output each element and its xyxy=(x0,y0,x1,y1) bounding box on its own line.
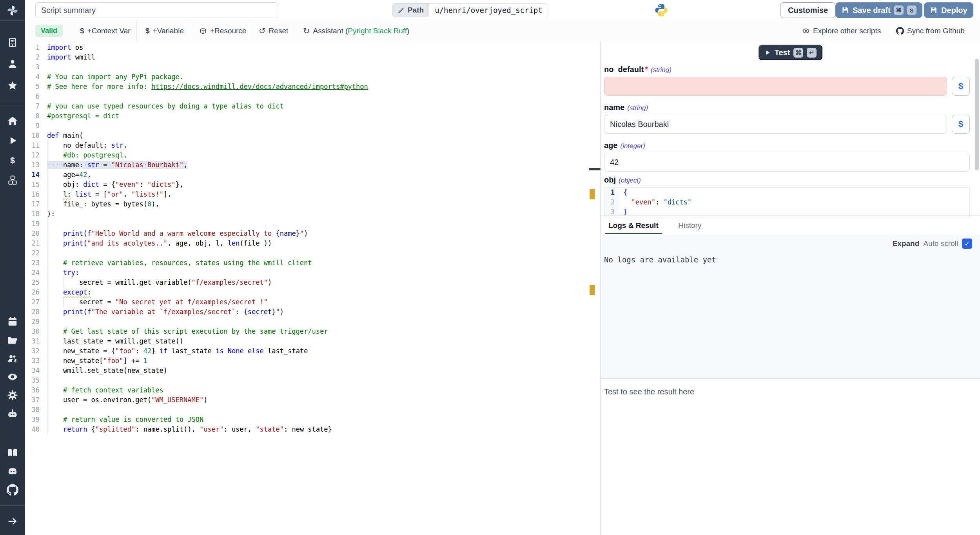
code-line[interactable]: 40 return {"splitted": name.split(), "us… xyxy=(25,425,589,434)
code-line[interactable]: 28 print(f"The variable at `f/examples/s… xyxy=(25,307,589,317)
sidebar-variables-icon[interactable]: $ xyxy=(6,154,19,167)
code-line[interactable]: 29 xyxy=(25,317,589,327)
code-line[interactable]: 22 xyxy=(25,248,589,258)
code-text: #postgresql = dict xyxy=(47,111,119,121)
sidebar-home-icon[interactable] xyxy=(6,114,19,128)
sidebar-runs-icon[interactable] xyxy=(6,134,19,147)
tab-logs-result[interactable]: Logs & Result xyxy=(607,216,660,235)
code-line[interactable]: 14 age=42, xyxy=(25,170,589,180)
json-editor-line[interactable]: 2 "even": "dicts" xyxy=(604,197,969,207)
age-input[interactable] xyxy=(604,153,970,172)
add-variable-button[interactable]: $ +Variable xyxy=(145,20,184,41)
sidebar-expand-arrow[interactable] xyxy=(6,515,19,528)
code-line[interactable]: 2import wmill xyxy=(25,52,589,62)
sync-from-github-button[interactable]: Sync from Github xyxy=(896,20,965,41)
panel-splitter[interactable] xyxy=(600,41,601,535)
code-line[interactable]: 21 print("and its acolytes..", age, obj,… xyxy=(25,239,589,248)
add-resource-button[interactable]: +Resource xyxy=(199,20,246,41)
code-line[interactable]: 20 print(f"Hello World and a warm welcom… xyxy=(25,229,589,239)
obj-json-editor[interactable]: 1{2 "even": "dicts"3} xyxy=(604,187,970,217)
script-summary-input[interactable] xyxy=(35,2,278,18)
save-draft-button[interactable]: Save draft ⌘ S xyxy=(835,2,922,18)
code-line[interactable]: 15 obj: dict = {"even": "dicts"}, xyxy=(25,180,589,190)
path-value[interactable]: u/henri/overjoyed_script xyxy=(429,4,548,17)
code-line[interactable]: 25 secret = wmill.get_variable("f/exampl… xyxy=(25,278,589,287)
code-line[interactable]: 3 xyxy=(25,62,589,72)
path-edit-button[interactable]: Path xyxy=(392,4,429,17)
code-line[interactable]: 38 xyxy=(25,405,589,415)
explore-other-scripts-button[interactable]: Explore other scripts xyxy=(802,20,881,41)
customise-button[interactable]: Customise xyxy=(780,2,836,18)
code-line[interactable]: 6 xyxy=(25,92,589,101)
code-line[interactable]: 37 user = os.environ.get("WM_USERNAME") xyxy=(25,395,589,405)
json-code-text: { xyxy=(619,188,627,197)
panel-scrollbar[interactable] xyxy=(975,59,979,170)
code-line[interactable]: 27 secret = "No secret yet at f/examples… xyxy=(25,297,589,307)
line-number: 2 xyxy=(25,52,40,62)
deploy-button[interactable]: Deploy xyxy=(924,2,973,18)
code-line[interactable]: 9 xyxy=(25,121,589,131)
code-line[interactable]: 33 new_state["foo"] += 1 xyxy=(25,356,589,366)
indent-guide xyxy=(47,190,47,199)
json-editor-line[interactable]: 1{ xyxy=(604,188,969,197)
sidebar-ai-assistant-icon[interactable] xyxy=(6,407,19,421)
code-line[interactable]: 7# you can use typed resources by doing … xyxy=(25,101,589,111)
sidebar-favorites-icon[interactable] xyxy=(6,79,19,92)
code-line[interactable]: 19 xyxy=(25,219,589,229)
code-line[interactable]: 11 no_default: str, xyxy=(25,141,589,150)
sidebar-github-icon[interactable] xyxy=(6,483,19,497)
code-line[interactable]: 39 # return value is converted to JSON xyxy=(25,415,589,425)
code-line[interactable]: 35 xyxy=(25,376,589,385)
code-line[interactable]: 10def main( xyxy=(25,131,589,141)
sidebar-docs-icon[interactable] xyxy=(6,446,19,459)
code-line[interactable]: 23 # retrieve variables, resources, stat… xyxy=(25,258,589,268)
indent-guide xyxy=(47,219,47,229)
insert-variable-button[interactable]: $ xyxy=(952,115,970,134)
sidebar-discord-icon[interactable] xyxy=(6,465,19,478)
sidebar-groups-icon[interactable] xyxy=(6,352,19,365)
name-input[interactable] xyxy=(604,115,947,134)
code-line[interactable]: 8#postgresql = dict xyxy=(25,111,589,121)
no-default-input[interactable] xyxy=(604,77,947,96)
sidebar-windmill-logo[interactable] xyxy=(6,4,19,17)
code-editor[interactable]: 1import os2import wmill34# You can impor… xyxy=(25,41,589,535)
eye-icon xyxy=(802,27,810,35)
code-line[interactable]: 12 #db: postgresql, xyxy=(25,150,589,160)
add-context-var-button[interactable]: $ +Context Var xyxy=(80,20,131,41)
code-line[interactable]: 30 # Get last state of this script execu… xyxy=(25,327,589,336)
code-line[interactable]: 16 l: list = ["or", "lists!"], xyxy=(25,190,589,199)
code-line[interactable]: 24 try: xyxy=(25,268,589,278)
code-line[interactable]: 5# See here for more info: https://docs.… xyxy=(25,82,589,92)
code-line[interactable]: 36 # fetch context variables xyxy=(25,385,589,395)
path-control[interactable]: Path u/henri/overjoyed_script xyxy=(392,3,548,17)
tab-history[interactable]: History xyxy=(677,216,703,235)
test-button[interactable]: Test ⌘ ↵ xyxy=(759,45,823,60)
splitter-drag-handle[interactable] xyxy=(589,168,601,170)
sidebar-workspace-icon[interactable] xyxy=(6,36,19,49)
assistant-button[interactable]: ↻ Assistant (Pyright Black Ruff) xyxy=(303,20,409,41)
insert-variable-button[interactable]: $ xyxy=(952,77,970,96)
code-line[interactable]: 4# You can import any PyPi package. xyxy=(25,72,589,82)
sidebar-audit-logs-icon[interactable] xyxy=(6,370,19,383)
line-number: 13 xyxy=(25,160,40,170)
code-line[interactable]: 34 wmill.set_state(new_state) xyxy=(25,366,589,376)
code-line[interactable]: 17 file_: bytes = bytes(0), xyxy=(25,199,589,209)
expand-button[interactable]: Expand xyxy=(893,239,920,248)
code-text: import os xyxy=(47,43,83,52)
code-line[interactable]: 32 new_state = {"foo": 42} if last_state… xyxy=(25,346,589,356)
sidebar-user-icon[interactable] xyxy=(6,57,19,70)
sidebar-schedules-icon[interactable] xyxy=(6,315,19,328)
code-line[interactable]: 31 last_state = wmill.get_state() xyxy=(25,336,589,346)
code-line[interactable]: 26 except: xyxy=(25,287,589,297)
reset-button[interactable]: ↺ Reset xyxy=(259,20,288,41)
assistant-linters[interactable]: Pyright Black Ruff xyxy=(348,27,407,35)
sidebar-settings-icon[interactable] xyxy=(6,389,19,402)
code-line[interactable]: 13····name:·str·=·"Nicolas·Bourbaki", xyxy=(25,160,589,170)
code-line[interactable]: 1import os xyxy=(25,43,589,52)
code-line[interactable]: 18): xyxy=(25,209,589,219)
sidebar-folders-icon[interactable] xyxy=(6,334,19,347)
package-icon xyxy=(199,27,207,35)
sidebar-resources-icon[interactable] xyxy=(6,174,19,187)
autoscroll-checkbox[interactable]: ✓ xyxy=(962,239,972,249)
path-label: Path xyxy=(408,6,424,14)
